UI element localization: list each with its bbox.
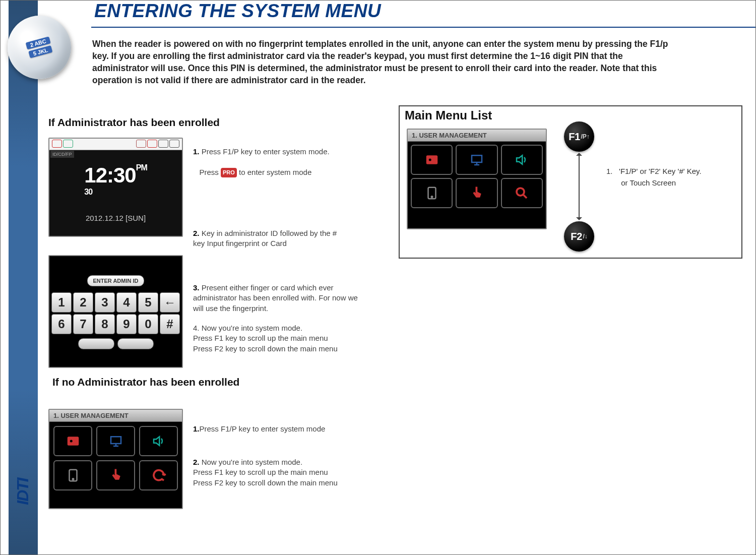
screenshot-menu-small: 1. USER MANAGEMENT: [407, 129, 547, 229]
soft-button-right[interactable]: [117, 338, 154, 349]
svg-rect-7: [472, 155, 482, 162]
f-key-column: F1/P↑ F2/↓: [564, 121, 594, 252]
menu-tile-user-s[interactable]: [411, 145, 453, 175]
section-admin-enrolled-heading: If Administrator has been enrolled: [48, 116, 220, 129]
menu-grid: [49, 422, 182, 495]
svg-rect-2: [111, 437, 121, 444]
s2-step2: 2. Now you're into system mode.Press F1 …: [193, 457, 354, 488]
key-9[interactable]: 9: [116, 314, 137, 334]
f1-button-icon: F1/P↑: [564, 121, 594, 152]
dti-logo: IDTI: [10, 459, 36, 524]
page-title: ENTERING THE SYSTEM MENU: [94, 1, 381, 22]
soft-button-left[interactable]: [78, 338, 114, 349]
step2: 2. Key in administrator ID followed by t…: [193, 228, 349, 249]
document-page: 2 ABC 5 JKL IDTI ENTERING THE SYSTEM MEN…: [0, 0, 756, 555]
menu-tile-sound[interactable]: [139, 426, 178, 456]
key-2[interactable]: 2: [73, 292, 93, 313]
key-5[interactable]: 5: [138, 292, 158, 313]
pro-badge-icon: PRO: [221, 168, 237, 177]
mode-badge: ID/CD/FP: [50, 151, 74, 158]
step3: 3. Present either finger or card which e…: [193, 283, 364, 314]
dti-logo-text: IDTI: [14, 478, 32, 505]
key-hash[interactable]: #: [160, 314, 180, 334]
svg-point-9: [431, 196, 432, 198]
menu-header-small: 1. USER MANAGEMENT: [408, 130, 546, 142]
main-menu-note: 1. 'F1/P' or 'F2' Key '#' Key. or Touch …: [606, 166, 702, 189]
key-8[interactable]: 8: [95, 314, 115, 334]
status-bar: [49, 139, 182, 150]
clock-date: 2012.12.12 [SUN]: [86, 214, 146, 222]
f2-button-icon: F2/↓: [564, 221, 594, 252]
section-no-admin-heading: If no Administrator has been enrolled: [52, 376, 239, 388]
key-1[interactable]: 1: [51, 292, 72, 313]
updown-arrow-icon: [579, 154, 580, 219]
screenshot-keypad: ENTER ADMIN ID 1 2 3 4 5 ← 6 7 8 9 0 #: [48, 255, 183, 368]
menu-tile-user[interactable]: [53, 426, 92, 456]
menu-tile-sound-s[interactable]: [501, 145, 543, 175]
menu-tile-display-s[interactable]: [456, 145, 497, 175]
screenshot-menu: 1. USER MANAGEMENT: [48, 409, 183, 509]
svg-point-1: [70, 440, 72, 443]
enter-admin-label: ENTER ADMIN ID: [87, 275, 144, 286]
svg-rect-5: [426, 155, 437, 164]
menu-tile-device-s[interactable]: [411, 178, 453, 208]
key-3[interactable]: 3: [95, 292, 115, 313]
svg-point-4: [72, 478, 74, 480]
step4: 4. Now you're into system mode.Press F1 …: [193, 323, 359, 354]
intro-paragraph: When the reader is powered on with no fi…: [92, 38, 677, 87]
menu-tile-device[interactable]: [53, 460, 92, 490]
main-menu-list-panel: Main Menu List 1. USER MANAGEMENT F1/P↑ …: [399, 105, 742, 259]
menu-tile-display[interactable]: [96, 426, 135, 456]
key-7[interactable]: 7: [73, 314, 93, 334]
menu-tile-search-s[interactable]: [501, 178, 543, 208]
title-underline: [91, 27, 755, 28]
screenshot-standby: ID/CD/FP 12:30PM30 2012.12.12 [SUN]: [48, 138, 183, 237]
step1: 1. Press F1/P key to enter system mode. …: [193, 147, 349, 177]
menu-tile-touch-s[interactable]: [456, 178, 497, 208]
s2-step1: 1.Press F1/P key to enter system mode: [193, 424, 349, 434]
key-4[interactable]: 4: [116, 292, 137, 313]
svg-point-6: [428, 159, 431, 161]
menu-tile-touch[interactable]: [96, 460, 135, 490]
menu-grid-small: [408, 142, 546, 211]
clock-time: 12:30PM30: [84, 163, 147, 212]
keypad: 1 2 3 4 5 ← 6 7 8 9 0 #: [49, 290, 182, 336]
key-back[interactable]: ←: [160, 292, 180, 313]
menu-header: 1. USER MANAGEMENT: [49, 410, 182, 422]
menu-tile-refresh[interactable]: [139, 460, 178, 490]
key-0[interactable]: 0: [138, 314, 158, 334]
svg-rect-0: [67, 437, 79, 446]
key-6[interactable]: 6: [51, 314, 72, 334]
